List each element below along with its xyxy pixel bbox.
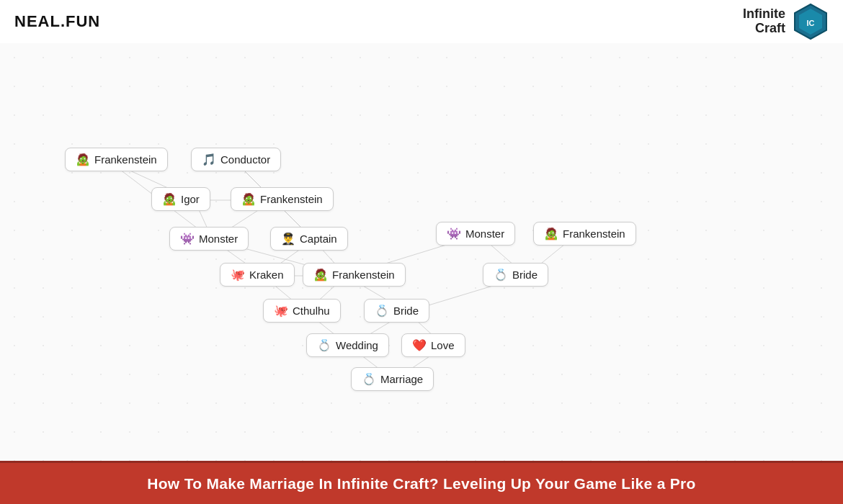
node-label: Love	[431, 339, 455, 351]
node-label: Frankenstein	[563, 228, 625, 240]
banner-text: How To Make Marriage In Infinite Craft? …	[147, 475, 695, 492]
node-emoji: 👾	[447, 227, 461, 240]
node-label: Conductor	[220, 153, 270, 166]
node-emoji: ❤️	[412, 338, 427, 352]
node-label: Kraken	[249, 269, 284, 281]
node-label: Frankenstein	[332, 269, 395, 281]
node-label: Monster	[465, 228, 504, 240]
node-card-n14[interactable]: 💍Wedding	[306, 333, 389, 357]
node-emoji: 🐙	[274, 304, 288, 318]
node-card-n13[interactable]: 💍Bride	[364, 299, 429, 323]
node-label: Igor	[181, 193, 200, 205]
node-label: Captain	[300, 233, 337, 245]
connections-svg	[0, 43, 843, 461]
node-emoji: 🐙	[231, 268, 245, 282]
node-label: Marriage	[380, 373, 423, 385]
node-card-n7[interactable]: 👾Monster	[436, 222, 515, 246]
node-emoji: 💍	[362, 372, 376, 386]
node-card-n3[interactable]: 🧟Igor	[151, 187, 210, 211]
node-card-n5[interactable]: 👾Monster	[169, 227, 249, 251]
node-emoji: 💍	[375, 304, 389, 318]
node-label: Monster	[199, 233, 238, 245]
node-label: Bride	[512, 269, 538, 281]
node-emoji: 💍	[494, 268, 508, 282]
node-card-n16[interactable]: 💍Marriage	[351, 367, 434, 391]
node-emoji: 🎵	[202, 153, 216, 166]
node-label: Frankenstein	[94, 153, 157, 166]
node-emoji: 💍	[317, 338, 331, 352]
node-label: Frankenstein	[260, 193, 323, 205]
node-label: Bride	[393, 305, 419, 317]
node-emoji: 🧟	[544, 227, 558, 240]
node-card-n1[interactable]: 🧟Frankenstein	[65, 148, 168, 171]
incognito-logo: IC	[793, 4, 829, 40]
header: NEAL.FUN Infinite Craft IC	[0, 0, 843, 43]
node-card-n6[interactable]: 👨‍✈️Captain	[270, 227, 348, 251]
node-emoji: 👾	[180, 232, 195, 246]
node-label: Cthulhu	[293, 305, 330, 317]
node-card-n2[interactable]: 🎵Conductor	[191, 148, 281, 171]
node-card-n9[interactable]: 🐙Kraken	[220, 263, 295, 287]
node-card-n10[interactable]: 🧟Frankenstein	[303, 263, 406, 287]
node-card-n15[interactable]: ❤️Love	[401, 333, 465, 357]
node-emoji: 🧟	[241, 192, 256, 206]
node-emoji: 🧟	[313, 268, 328, 282]
node-card-n11[interactable]: 💍Bride	[483, 263, 548, 287]
canvas-area: 🧟Frankenstein🎵Conductor🧟Igor🧟Frankenstei…	[0, 43, 843, 461]
node-emoji: 🧟	[76, 153, 90, 166]
brand-area: Infinite Craft IC	[743, 4, 829, 40]
svg-text:IC: IC	[807, 19, 815, 27]
bottom-banner: How To Make Marriage In Infinite Craft? …	[0, 461, 843, 504]
node-emoji: 🧟	[162, 192, 177, 206]
node-emoji: 👨‍✈️	[281, 232, 295, 246]
node-label: Wedding	[336, 339, 378, 351]
node-card-n12[interactable]: 🐙Cthulhu	[263, 299, 341, 323]
node-card-n4[interactable]: 🧟Frankenstein	[231, 187, 334, 211]
neal-logo: NEAL.FUN	[14, 12, 100, 31]
infinite-craft-logo: Infinite Craft	[743, 7, 785, 36]
node-card-n8[interactable]: 🧟Frankenstein	[533, 222, 636, 246]
